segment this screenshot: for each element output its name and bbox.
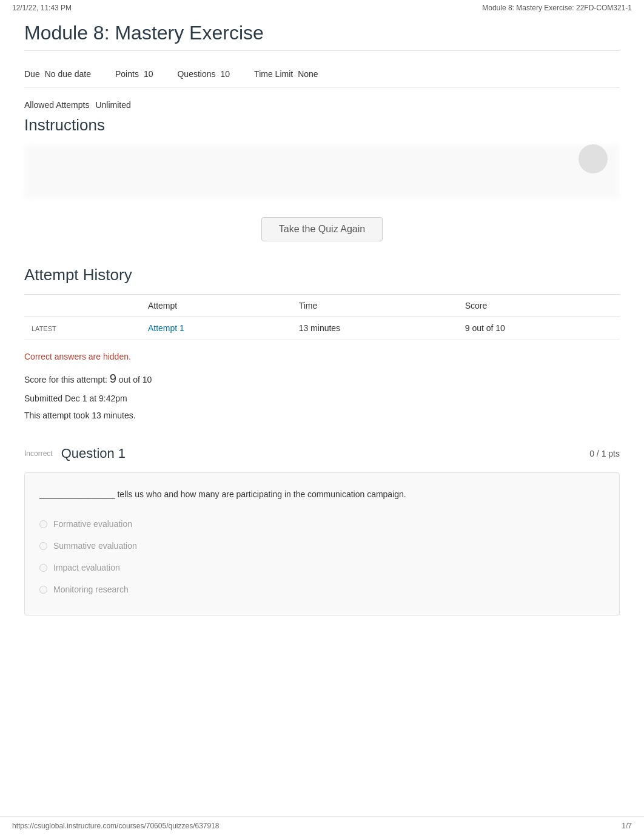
due-label: Due bbox=[24, 69, 40, 79]
time-limit-label: Time Limit bbox=[254, 69, 293, 79]
avatar-placeholder bbox=[579, 144, 608, 173]
questions-value: 10 bbox=[221, 69, 230, 79]
attempt-history-title: Attempt History bbox=[24, 266, 620, 284]
radio-monitoring[interactable] bbox=[39, 586, 47, 594]
took-info: This attempt took 13 minutes. bbox=[24, 409, 620, 422]
question-header: Incorrect Question 1 0 / 1 pts bbox=[24, 441, 620, 466]
instructions-area bbox=[24, 144, 620, 199]
points-info: Points 10 bbox=[115, 69, 153, 79]
footer-page: 1/7 bbox=[622, 822, 632, 830]
question-section: Incorrect Question 1 0 / 1 pts _________… bbox=[24, 441, 620, 615]
radio-formative[interactable] bbox=[39, 520, 47, 528]
attempt-history-section: Attempt History Attempt Time Score LATES… bbox=[24, 266, 620, 340]
label-summative: Summative evaluation bbox=[53, 541, 137, 551]
points-label: Points bbox=[115, 69, 139, 79]
col-blank bbox=[24, 295, 141, 317]
instructions-title: Instructions bbox=[24, 116, 620, 135]
instructions-content-blurred bbox=[24, 144, 620, 199]
attempt-table: Attempt Time Score LATEST Attempt 1 13 m… bbox=[24, 294, 620, 340]
attempt-details: Correct answers are hidden. Score for th… bbox=[24, 352, 620, 423]
attempt-time: 13 minutes bbox=[292, 317, 458, 340]
radio-impact[interactable] bbox=[39, 564, 47, 572]
score-details: Score for this attempt: 9 out of 10 bbox=[24, 369, 620, 388]
table-row: LATEST Attempt 1 13 minutes 9 out of 10 bbox=[24, 317, 620, 340]
take-quiz-container: Take the Quiz Again bbox=[24, 217, 620, 241]
submitted-info: Submitted Dec 1 at 9:42pm bbox=[24, 392, 620, 405]
footer-url: https://csuglobal.instructure.com/course… bbox=[12, 822, 220, 830]
attempt-score: 9 out of 10 bbox=[458, 317, 620, 340]
score-number: 9 bbox=[110, 372, 116, 385]
due-info: Due No due date bbox=[24, 69, 91, 79]
allowed-attempts-row: Allowed Attempts Unlimited bbox=[24, 100, 620, 110]
radio-summative[interactable] bbox=[39, 542, 47, 550]
question-status: Incorrect bbox=[24, 449, 53, 458]
points-value: 10 bbox=[144, 69, 153, 79]
answer-option-impact: Impact evaluation bbox=[39, 557, 605, 578]
questions-label: Questions bbox=[177, 69, 215, 79]
question-title: Question 1 bbox=[61, 446, 126, 461]
label-impact: Impact evaluation bbox=[53, 563, 120, 572]
label-monitoring: Monitoring research bbox=[53, 585, 129, 594]
page-heading: Module 8: Mastery Exercise: 22FD-COM321-… bbox=[482, 4, 632, 12]
page-title: Module 8: Mastery Exercise bbox=[24, 22, 620, 51]
score-label: Score for this attempt: bbox=[24, 375, 107, 384]
col-time: Time bbox=[292, 295, 458, 317]
top-bar: 12/1/22, 11:43 PM Module 8: Mastery Exer… bbox=[0, 0, 644, 16]
latest-badge: LATEST bbox=[32, 325, 56, 332]
allowed-attempts-label: Allowed Attempts bbox=[24, 100, 89, 110]
time-limit-value: None bbox=[298, 69, 318, 79]
due-value: No due date bbox=[45, 69, 91, 79]
col-score: Score bbox=[458, 295, 620, 317]
time-limit-info: Time Limit None bbox=[254, 69, 318, 79]
instructions-section: Instructions bbox=[24, 116, 620, 199]
col-attempt: Attempt bbox=[141, 295, 292, 317]
correct-answers-note: Correct answers are hidden. bbox=[24, 352, 620, 361]
score-out-of: out of 10 bbox=[119, 375, 152, 384]
question-points: 0 / 1 pts bbox=[589, 449, 620, 458]
question-text: ________________ tells us who and how ma… bbox=[39, 488, 605, 501]
footer-bar: https://csuglobal.instructure.com/course… bbox=[0, 816, 644, 835]
allowed-attempts-value: Unlimited bbox=[95, 100, 130, 110]
questions-info: Questions 10 bbox=[177, 69, 230, 79]
take-quiz-button[interactable]: Take the Quiz Again bbox=[261, 217, 383, 241]
question-content: ________________ tells us who and how ma… bbox=[24, 472, 620, 615]
answer-option-summative: Summative evaluation bbox=[39, 535, 605, 557]
meta-row: Due No due date Points 10 Questions 10 T… bbox=[24, 61, 620, 88]
timestamp: 12/1/22, 11:43 PM bbox=[12, 4, 72, 12]
answer-option-formative: Formative evaluation bbox=[39, 513, 605, 535]
label-formative: Formative evaluation bbox=[53, 519, 132, 529]
answer-option-monitoring: Monitoring research bbox=[39, 578, 605, 600]
attempt-link[interactable]: Attempt 1 bbox=[148, 323, 184, 333]
